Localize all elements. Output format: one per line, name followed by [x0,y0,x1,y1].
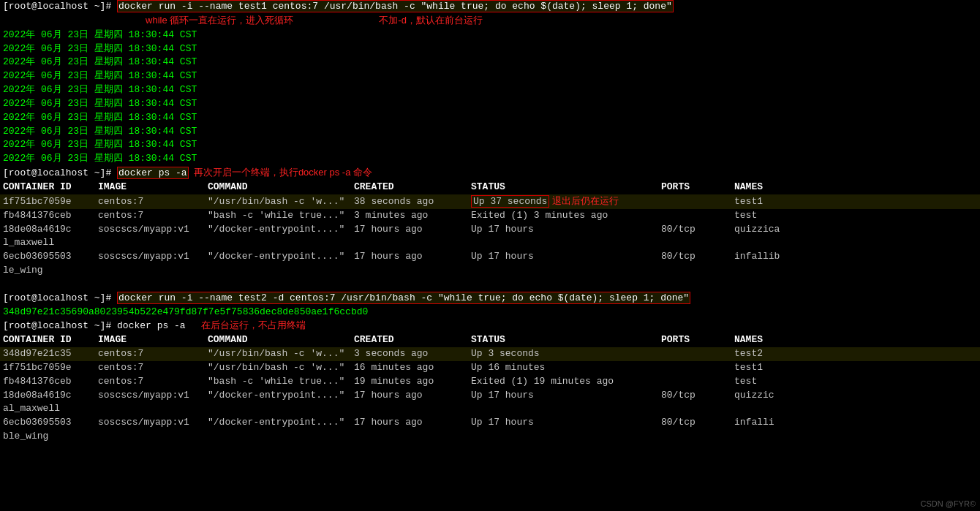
ps2-row-3: fb4841376cebcentos:7"bash -c 'while true… [0,375,980,389]
ps2-row4-cmd: "/docker-entrypoint...." [208,389,354,403]
row3-image: soscscs/myapp:v1 [98,223,208,237]
row4-status: Up 17 hours [471,250,661,264]
ps-row-4a: 6ecb03695503soscscs/myapp:v1"/docker-ent… [0,250,980,264]
output-7: 2022年 06月 23日 星期四 18:30:44 CST [0,111,980,125]
row3-created: 17 hours ago [354,223,471,237]
output-6: 2022年 06月 23日 星期四 18:30:44 CST [0,97,980,111]
row2-status: Exited (1) 3 minutes ago [471,209,661,223]
col-image: IMAGE [98,181,208,194]
ps2-row1-status: Up 3 seconds [471,347,661,361]
spacer-1 [0,278,980,292]
row3-names: quizzica [734,224,780,235]
ps2-row3-cmd: "bash -c 'while true..." [208,375,354,389]
col-names: NAMES [734,181,763,192]
ps2-row2-id: 1f751bc7059e [3,361,98,375]
ps2-row5-id: 6ecb03695503 [3,416,98,430]
ps-header-2: CONTAINER IDIMAGECOMMANDCREATEDSTATUSPOR… [0,333,980,347]
ps2-row-5b: ble_wing [0,430,980,444]
col-status: STATUS [471,181,661,194]
status-highlight-1: Up 37 seconds [471,195,549,208]
col-container-id: CONTAINER ID [3,181,98,194]
prompt-line-3: [root@localhost ~]# docker run -i --name… [0,292,980,306]
ps2-row1-names: test2 [734,348,763,359]
col-command: COMMAND [208,181,354,194]
row3-names2: l_maxwell [3,237,54,248]
row3-id: 18de08a4619c [3,223,98,237]
ps-row-2: fb4841376cebcentos:7"bash -c 'while true… [0,209,980,223]
output-5: 2022年 06月 23日 星期四 18:30:44 CST [0,83,980,97]
prompt-line-1: [root@localhost ~]# docker run -i --name… [0,0,980,14]
annotation-bg: 在后台运行，不占用终端 [186,319,306,330]
ps-row-3a: 18de08a4619csoscscs/myapp:v1"/docker-ent… [0,223,980,237]
row1-created: 38 seconds ago [354,195,471,209]
ps2-row-2: 1f751bc7059ecentos:7"/usr/bin/bash -c 'w… [0,361,980,375]
ps2-row3-created: 19 minutes ago [354,375,471,389]
ps2-row2-created: 16 minutes ago [354,361,471,375]
ps2-row5-cmd: "/docker-entrypoint...." [208,416,354,430]
ps2-row-1: 348d97e21c35centos:7"/usr/bin/bash -c 'w… [0,347,980,361]
row2-image: centos:7 [98,209,208,223]
hash-output: 348d97e21c35690a8023954b522e479fd87f7e5f… [0,306,980,319]
ps2-row2-image: centos:7 [98,361,208,375]
annotation-line-1: while 循环一直在运行，进入死循环 不加-d，默认在前台运行 [0,14,980,29]
col2-status: STATUS [471,333,661,347]
output-4: 2022年 06月 23日 星期四 18:30:44 CST [0,69,980,83]
ps2-row2-cmd: "/usr/bin/bash -c 'w..." [208,361,354,375]
prompt-line-4: [root@localhost ~]# docker ps -a 在后台运行，不… [0,319,980,333]
ps2-row5-image: soscscs/myapp:v1 [98,416,208,430]
cmd-3: docker run -i --name test2 -d centos:7 /… [117,292,690,304]
row3-cmd: "/docker-entrypoint...." [208,223,354,237]
ps2-row3-names: test [734,376,757,387]
row4-ports: 80/tcp [661,250,734,264]
col2-created: CREATED [354,333,471,347]
col2-container-id: CONTAINER ID [3,333,98,347]
ps2-row-4b: al_maxwell [0,402,980,416]
ps2-row1-id: 348d97e21c35 [3,347,98,361]
output-2: 2022年 06月 23日 星期四 18:30:44 CST [0,42,980,56]
ps2-row1-created: 3 seconds ago [354,347,471,361]
row2-cmd: "bash -c 'while true..." [208,209,354,223]
ps2-row3-id: fb4841376ceb [3,375,98,389]
col2-names: NAMES [734,334,763,345]
row1-image: centos:7 [98,195,208,209]
ps2-row4-image: soscscs/myapp:v1 [98,389,208,403]
ps-row-1: 1f751bc7059ecentos:7"/usr/bin/bash -c 'w… [0,194,980,209]
row2-id: fb4841376ceb [3,209,98,223]
row4-created: 17 hours ago [354,250,471,264]
ps-header-1: CONTAINER IDIMAGECOMMANDCREATEDSTATUSPOR… [0,181,980,194]
row2-names: test [734,210,757,221]
output-9: 2022年 06月 23日 星期四 18:30:44 CST [0,138,980,152]
terminal: [root@localhost ~]# docker run -i --name… [0,0,980,444]
row1-names: test1 [734,196,763,207]
output-10: 2022年 06月 23日 星期四 18:30:44 CST [0,152,980,166]
annotation-exit: 退出后仍在运行 [549,195,619,206]
ps2-row5-ports: 80/tcp [661,416,734,430]
watermark: CSDN @FYR© [921,499,976,508]
row3-ports: 80/tcp [661,223,734,237]
annotation-spacer [3,15,146,26]
annotation-spacer2 [293,15,379,26]
output-8: 2022年 06月 23日 星期四 18:30:44 CST [0,125,980,139]
ps2-row4-created: 17 hours ago [354,389,471,403]
ps2-row5-names2: ble_wing [3,431,48,442]
ps2-row4-names: quizzic [734,390,774,401]
ps2-row4-ports: 80/tcp [661,389,734,403]
prompt-1: [root@localhost ~]# [3,1,117,12]
ps2-row2-status: Up 16 minutes [471,361,661,375]
row4-cmd: "/docker-entrypoint...." [208,250,354,264]
prompt-line-2: [root@localhost ~]# docker ps -a 再次开启一个终… [0,166,980,181]
prompt-3: [root@localhost ~]# [3,292,117,303]
annotation-while: while 循环一直在运行，进入死循环 [146,15,293,26]
ps2-row4-status: Up 17 hours [471,389,661,403]
ps2-row4-names2: al_maxwell [3,403,60,414]
row1-cmd: "/usr/bin/bash -c 'w..." [208,195,354,209]
ps2-row5-names: infalli [734,417,774,428]
output-1: 2022年 06月 23日 星期四 18:30:44 CST [0,29,980,42]
col2-ports: PORTS [661,333,734,347]
col-created: CREATED [354,181,471,194]
row2-created: 3 minutes ago [354,209,471,223]
row4-names2: le_wing [3,265,43,276]
ps2-row5-status: Up 17 hours [471,416,661,430]
annotation-nod: 不加-d，默认在前台运行 [379,15,483,26]
row4-id: 6ecb03695503 [3,250,98,264]
